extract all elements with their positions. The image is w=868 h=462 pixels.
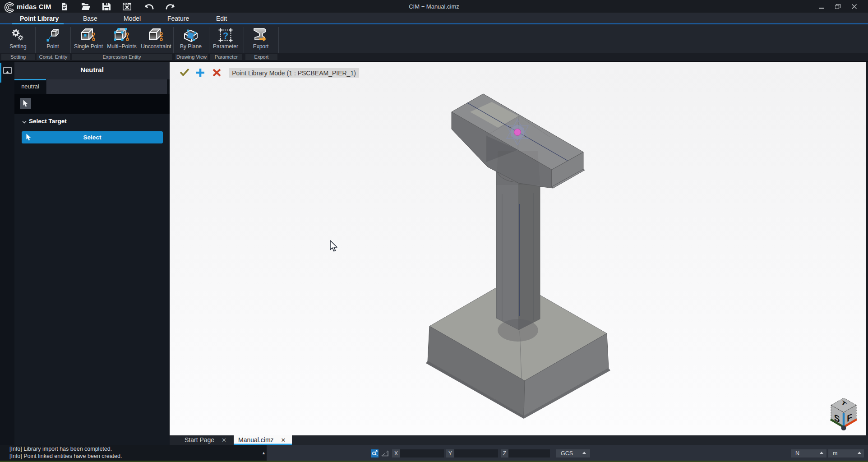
svg-text:?: ? [223, 31, 228, 41]
